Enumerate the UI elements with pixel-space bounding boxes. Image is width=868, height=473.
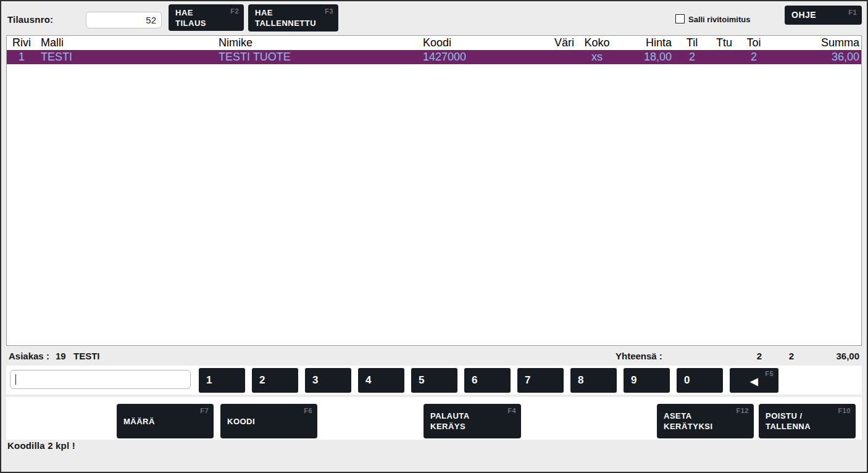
code-entry-input[interactable] <box>10 370 191 389</box>
keypad-key-8[interactable]: 8 <box>570 368 617 393</box>
cell-ttu <box>710 50 738 64</box>
cell-toi: 2 <box>738 50 769 64</box>
code-fkey-hint: F6 <box>304 406 312 416</box>
table-row-selected[interactable]: 1 TESTI TESTI TUOTE 1427000 xs 18,00 2 2… <box>7 50 861 64</box>
order-number-label: Tilausnro: <box>7 14 53 25</box>
cell-koko: xs <box>577 50 617 64</box>
fetch-order-fkey-hint: F2 <box>230 6 239 17</box>
actions-panel: MÄÄRÄ F7 KOODI F6 PALAUTA KERÄYS F4 ASET… <box>6 397 862 440</box>
keypad-key-3[interactable]: 3 <box>305 368 351 393</box>
order-lines-table: Rivi Malli Nimike Koodi Väri Koko Hinta … <box>6 35 862 346</box>
help-label: OHJE <box>791 10 816 20</box>
keypad-key-6[interactable]: 6 <box>464 368 511 393</box>
exit-save-label: POISTU / TALLENNA <box>766 411 811 432</box>
keypad-key-2[interactable]: 2 <box>252 368 298 393</box>
cell-summa: 36,00 <box>769 50 861 64</box>
allow-line-delivery-label: Salli rivitoimitus <box>688 15 750 24</box>
column-header-hinta: Hinta <box>617 36 674 50</box>
column-header-til: Til <box>674 36 710 50</box>
cell-malli: TESTI <box>36 50 214 64</box>
total-toi-value: 2 <box>783 351 800 361</box>
help-button[interactable]: OHJE F1 <box>785 6 862 25</box>
column-header-koko: Koko <box>577 36 617 50</box>
keypad-key-0[interactable]: 0 <box>677 368 723 393</box>
status-message: Koodilla 2 kpl ! <box>7 440 75 451</box>
fetch-saved-fkey-hint: F3 <box>325 6 333 17</box>
cell-vari <box>536 50 577 64</box>
code-label: KOODI <box>227 416 255 427</box>
help-fkey-hint: F1 <box>848 7 857 18</box>
table-header-row: Rivi Malli Nimike Koodi Väri Koko Hinta … <box>7 36 861 50</box>
app-window: Tilausnro: HAE TILAUS F2 HAE TALLENNETTU… <box>0 0 868 473</box>
backspace-button[interactable]: ◀ F5 <box>730 368 778 393</box>
fetch-saved-label: HAE TALLENNETTU <box>255 7 316 28</box>
exit-save-fkey-hint: F10 <box>838 406 851 416</box>
allow-line-delivery-checkbox[interactable] <box>675 14 685 23</box>
keypad-key-5[interactable]: 5 <box>411 368 457 393</box>
cell-rivi: 1 <box>7 50 36 64</box>
customer-label: Asiakas : <box>9 351 49 361</box>
column-header-summa: Summa <box>769 36 861 50</box>
fetch-saved-button[interactable]: HAE TALLENNETTU F3 <box>248 4 338 31</box>
cell-nimike: TESTI TUOTE <box>214 50 419 64</box>
fetch-order-label: HAE TILAUS <box>175 7 223 28</box>
quantity-button[interactable]: MÄÄRÄ F7 <box>117 404 214 438</box>
customer-id: 19 <box>56 351 66 361</box>
column-header-rivi: Rivi <box>7 36 36 50</box>
exit-save-button[interactable]: POISTU / TALLENNA F10 <box>759 404 856 438</box>
backspace-fkey-hint: F5 <box>765 370 774 377</box>
quantity-fkey-hint: F7 <box>200 406 209 416</box>
cell-hinta: 18,00 <box>617 50 674 64</box>
return-picking-button[interactable]: PALAUTA KERÄYS F4 <box>424 404 521 438</box>
keypad-key-9[interactable]: 9 <box>624 368 670 393</box>
total-label: Yhteensä : <box>616 351 662 361</box>
return-picking-label: PALAUTA KERÄYS <box>430 411 470 432</box>
quantity-label: MÄÄRÄ <box>123 416 155 427</box>
keypad-key-7[interactable]: 7 <box>517 368 564 393</box>
keypad-key-4[interactable]: 4 <box>358 368 404 393</box>
cell-koodi: 1427000 <box>419 50 536 64</box>
column-header-toi: Toi <box>738 36 769 50</box>
total-til-value: 2 <box>751 351 768 361</box>
customer-name: TESTI <box>73 351 100 361</box>
column-header-ttu: Ttu <box>710 36 738 50</box>
code-button[interactable]: KOODI F6 <box>220 404 317 438</box>
total-sum-value: 36,00 <box>810 351 859 361</box>
fetch-order-button[interactable]: HAE TILAUS F2 <box>169 4 244 31</box>
keypad-panel: 1 2 3 4 5 6 7 8 9 0 ◀ F5 <box>6 366 862 395</box>
set-picked-button[interactable]: ASETA KERÄTYKSI F12 <box>657 404 754 438</box>
backspace-icon: ◀ <box>750 376 757 387</box>
column-header-koodi: Koodi <box>419 36 536 50</box>
order-number-input[interactable] <box>86 12 162 28</box>
column-header-nimike: Nimike <box>214 36 419 50</box>
set-picked-label: ASETA KERÄTYKSI <box>664 411 713 432</box>
set-picked-fkey-hint: F12 <box>737 406 749 416</box>
text-caret <box>15 374 16 385</box>
return-picking-fkey-hint: F4 <box>507 406 516 416</box>
cell-til: 2 <box>674 50 710 64</box>
keypad-key-1[interactable]: 1 <box>199 368 245 393</box>
column-header-malli: Malli <box>36 36 214 50</box>
column-header-vari: Väri <box>536 36 577 50</box>
